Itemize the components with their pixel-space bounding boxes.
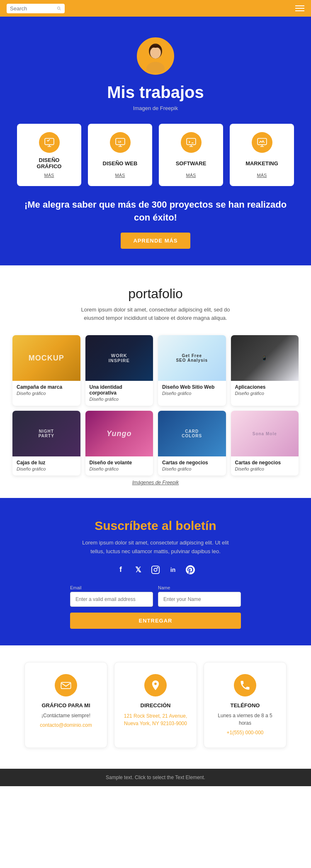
portfolio-image-4: 📱 bbox=[231, 335, 299, 381]
search-input[interactable] bbox=[10, 5, 54, 12]
service-mas-diseno-web[interactable]: MÁS bbox=[115, 173, 125, 178]
phone-contact-card: TELÉFONO Lunes a viernes de 8 a 5 horas … bbox=[204, 662, 287, 748]
svg-point-2 bbox=[150, 47, 161, 59]
phone-card-link[interactable]: +1(555) 000-000 bbox=[226, 730, 263, 736]
software-icon bbox=[181, 132, 202, 153]
name-input[interactable] bbox=[158, 592, 241, 607]
diseno-grafico-icon bbox=[39, 132, 60, 153]
portfolio-image-5: NIGHTPARTY bbox=[12, 411, 80, 456]
hero-cta: ¡Me alegra saber que más de 300 proyecto… bbox=[17, 199, 294, 249]
address-card-link[interactable]: 121 Rock Street, 21 Avenue, Nueva York, … bbox=[124, 713, 187, 726]
footer-text: Sample text. Click to select the Text El… bbox=[6, 775, 305, 780]
portfolio-item-title-1: Campaña de marca bbox=[17, 384, 76, 390]
svg-point-10 bbox=[154, 568, 157, 571]
list-item[interactable]: MOCKUP Campaña de marca Diseño gráfico bbox=[12, 335, 80, 406]
service-card-diseno-grafico[interactable]: DISEÑOGRÁFICO MÁS bbox=[17, 124, 81, 186]
service-mas-software[interactable]: MÁS bbox=[186, 173, 196, 178]
submit-button[interactable]: ENTREGAR bbox=[70, 613, 241, 629]
portfolio-item-category-1: Diseño gráfico bbox=[17, 391, 76, 396]
portfolio-description: Lorem ipsum dolor sit amet, consectetur … bbox=[73, 306, 238, 323]
newsletter-section: Suscríbete al boletín Lorem ipsum dolor … bbox=[0, 498, 311, 645]
phone-card-subtitle: Lunes a viernes de 8 a 5 horas bbox=[212, 712, 278, 727]
phone-card-title: TELÉFONO bbox=[212, 702, 278, 709]
list-item[interactable]: WORKINSPIRE Una identidad corporativa Di… bbox=[85, 335, 153, 406]
service-title-software: SOFTWARE bbox=[176, 160, 207, 167]
service-mas-diseno-grafico[interactable]: MÁS bbox=[44, 173, 54, 178]
portfolio-image-7: CARDCOLORS bbox=[158, 411, 226, 456]
service-card-marketing[interactable]: MARKETING MÁS bbox=[230, 124, 294, 186]
email-icon bbox=[55, 674, 77, 696]
phone-icon bbox=[234, 674, 256, 696]
hamburger-menu[interactable] bbox=[295, 5, 304, 11]
newsletter-description: Lorem ipsum dolor sit amet, consectetur … bbox=[77, 539, 234, 556]
service-mas-marketing[interactable]: MÁS bbox=[257, 173, 267, 178]
portfolio-grid: MOCKUP Campaña de marca Diseño gráfico W… bbox=[12, 335, 299, 476]
diseno-web-icon: UI bbox=[110, 132, 131, 153]
email-card-link[interactable]: contacto@dominio.com bbox=[40, 722, 92, 728]
portfolio-image-6: Yungo bbox=[85, 411, 153, 456]
hero-section: Mis trabajos Imagen de Freepik DISEÑOGRÁ… bbox=[0, 17, 311, 265]
search-icon bbox=[56, 5, 61, 11]
portfolio-item-title-5: Cajas de luz bbox=[17, 460, 76, 466]
location-icon bbox=[144, 674, 167, 696]
newsletter-form: Email Name bbox=[17, 585, 294, 607]
service-title-marketing: MARKETING bbox=[245, 160, 278, 167]
portfolio-item-category-3: Diseño gráfico bbox=[162, 391, 222, 396]
address-card-title: DIRECCIÓN bbox=[123, 702, 188, 709]
service-card-software[interactable]: SOFTWARE MÁS bbox=[159, 124, 223, 186]
aprende-mas-button[interactable]: APRENDE MÁS bbox=[121, 233, 190, 249]
svg-rect-7 bbox=[187, 138, 196, 145]
services-row: DISEÑOGRÁFICO MÁS UI DISEÑO WEB MÁS bbox=[17, 124, 294, 186]
portfolio-item-title-8: Cartas de negocios bbox=[235, 460, 295, 466]
service-card-diseno-web[interactable]: UI DISEÑO WEB MÁS bbox=[88, 124, 152, 186]
service-title-diseno-web: DISEÑO WEB bbox=[103, 160, 138, 167]
portfolio-image-1: MOCKUP bbox=[12, 335, 80, 381]
list-item[interactable]: CARDCOLORS Cartas de negocios Diseño grá… bbox=[158, 411, 226, 476]
portfolio-item-category-2: Diseño gráfico bbox=[90, 397, 149, 402]
header bbox=[0, 0, 311, 17]
avatar bbox=[137, 37, 174, 75]
email-input[interactable] bbox=[70, 592, 153, 607]
portfolio-title: portafolio bbox=[12, 286, 299, 302]
name-label: Name bbox=[158, 585, 241, 590]
portfolio-item-category-5: Diseño gráfico bbox=[17, 466, 76, 471]
instagram-icon[interactable] bbox=[150, 564, 161, 575]
twitter-icon[interactable]: 𝕏 bbox=[133, 564, 143, 575]
portfolio-image-2: WORKINSPIRE bbox=[85, 335, 153, 381]
footer: Sample text. Click to select the Text El… bbox=[0, 769, 311, 786]
facebook-icon[interactable]: f bbox=[115, 564, 126, 575]
portfolio-item-title-4: Aplicaciones bbox=[235, 384, 295, 390]
email-card-subtitle: ¡Contáctame siempre! bbox=[33, 712, 99, 719]
search-box[interactable] bbox=[7, 4, 65, 13]
portfolio-item-category-7: Diseño gráfico bbox=[162, 466, 222, 471]
pinterest-icon[interactable] bbox=[185, 564, 196, 575]
list-item[interactable]: NIGHTPARTY Cajas de luz Diseño gráfico bbox=[12, 411, 80, 476]
hero-subtitle: Imagen de Freepik bbox=[17, 105, 294, 111]
contact-section: GRÁFICO PARA MI ¡Contáctame siempre! con… bbox=[0, 645, 311, 769]
list-item[interactable]: Yungo Diseño de volante Diseño gráfico bbox=[85, 411, 153, 476]
address-contact-card: DIRECCIÓN 121 Rock Street, 21 Avenue, Nu… bbox=[114, 662, 197, 748]
portfolio-item-title-7: Cartas de negocios bbox=[162, 460, 222, 466]
email-label: Email bbox=[70, 585, 153, 590]
list-item[interactable]: Sona Mole Cartas de negocios Diseño gráf… bbox=[231, 411, 299, 476]
portfolio-section: portafolio Lorem ipsum dolor sit amet, c… bbox=[0, 265, 311, 498]
portfolio-image-3: Get FreeSEO Analysis bbox=[158, 335, 226, 381]
svg-point-11 bbox=[157, 567, 158, 568]
list-item[interactable]: Get FreeSEO Analysis Diseño Web Sitio We… bbox=[158, 335, 226, 406]
portfolio-item-category-6: Diseño gráfico bbox=[90, 466, 149, 471]
svg-text:UI: UI bbox=[118, 140, 121, 144]
name-field-group: Name bbox=[158, 585, 241, 607]
cta-text: ¡Me alegra saber que más de 300 proyecto… bbox=[17, 199, 294, 224]
list-item[interactable]: 📱 Aplicaciones Diseño gráfico bbox=[231, 335, 299, 406]
portfolio-image-8: Sona Mole bbox=[231, 411, 299, 456]
portfolio-credit: Imágenes de Freepik bbox=[12, 480, 299, 485]
email-contact-card: GRÁFICO PARA MI ¡Contáctame siempre! con… bbox=[24, 662, 107, 748]
marketing-icon bbox=[252, 132, 272, 153]
linkedin-icon[interactable]: in bbox=[168, 564, 178, 575]
service-title-diseno-grafico: DISEÑOGRÁFICO bbox=[37, 157, 62, 169]
portfolio-item-title-6: Diseño de volante bbox=[90, 460, 149, 466]
newsletter-title: Suscríbete al boletín bbox=[17, 519, 294, 533]
social-icons-row: f 𝕏 in bbox=[17, 564, 294, 575]
svg-rect-8 bbox=[258, 138, 267, 145]
portfolio-item-category-8: Diseño gráfico bbox=[235, 466, 295, 471]
